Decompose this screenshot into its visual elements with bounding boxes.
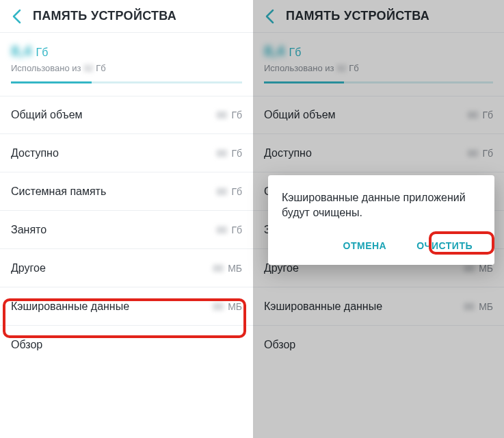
storage-progress-bar xyxy=(264,81,493,83)
row-label: Общий объем xyxy=(264,109,336,121)
storage-progress-fill xyxy=(11,81,92,83)
row-label: Общий объем xyxy=(11,109,83,121)
dialog-actions: ОТМЕНА ОЧИСТИТЬ xyxy=(282,236,481,255)
section-label: Обзор xyxy=(11,339,42,351)
row-label: Другое xyxy=(11,262,46,274)
dialog-message: Кэшированные данные приложений будут очи… xyxy=(282,190,481,220)
usage-subtext: Использовано из 32 Гб xyxy=(264,63,493,73)
row-total[interactable]: Общий объем 00Гб xyxy=(253,96,504,134)
section-overview[interactable]: Обзор xyxy=(0,326,253,364)
app-header: ПАМЯТЬ УСТРОЙСТВА xyxy=(253,0,504,33)
row-label: Доступно xyxy=(264,147,312,159)
app-header: ПАМЯТЬ УСТРОЙСТВА xyxy=(0,0,253,33)
row-available[interactable]: Доступно 00Гб xyxy=(253,134,504,172)
row-value: 00МБ xyxy=(213,263,242,274)
used-unit: Гб xyxy=(289,47,302,59)
usage-sub-total: 32 xyxy=(336,63,346,73)
usage-sub-prefix: Использовано из xyxy=(264,63,334,73)
back-button[interactable] xyxy=(7,7,26,26)
row-value: 00Гб xyxy=(467,110,493,120)
row-cached-data[interactable]: Кэшированные данные 00МБ xyxy=(0,287,253,326)
usage-sub-total: 32 xyxy=(83,63,93,73)
usage-sub-unit: Гб xyxy=(96,63,106,73)
row-value: 00Гб xyxy=(216,224,242,235)
back-button[interactable] xyxy=(260,7,279,26)
row-label: Кэшированные данные xyxy=(11,300,129,313)
row-used[interactable]: Занято 00Гб xyxy=(0,211,253,249)
row-value: 00Гб xyxy=(467,148,493,159)
storage-progress-bar xyxy=(11,81,242,83)
usage-subtext: Использовано из 32 Гб xyxy=(11,63,242,73)
usage-sub-unit: Гб xyxy=(349,63,359,73)
section-overview[interactable]: Обзор xyxy=(253,326,504,364)
row-other[interactable]: Другое 00МБ xyxy=(0,249,253,287)
page-title: ПАМЯТЬ УСТРОЙСТВА xyxy=(286,9,429,23)
row-label: Занято xyxy=(11,224,47,236)
row-value: 00МБ xyxy=(213,301,242,312)
confirm-clear-button[interactable]: ОЧИСТИТЬ xyxy=(411,236,478,255)
row-value: 00Гб xyxy=(216,110,242,120)
row-available[interactable]: Доступно 00Гб xyxy=(0,134,253,172)
page-title: ПАМЯТЬ УСТРОЙСТВА xyxy=(33,9,176,23)
row-total[interactable]: Общий объем 00Гб xyxy=(0,96,253,134)
screen-storage-settings: ПАМЯТЬ УСТРОЙСТВА 8,4 Гб Использовано из… xyxy=(0,0,253,438)
used-amount: 8,4 xyxy=(264,42,285,60)
clear-cache-dialog: Кэшированные данные приложений будут очи… xyxy=(268,175,494,265)
row-value: 00Гб xyxy=(216,186,242,197)
chevron-left-icon xyxy=(265,9,274,24)
row-label: Системная память xyxy=(11,185,106,198)
storage-list: Общий объем 00Гб Доступно 00Гб Системная… xyxy=(0,96,253,326)
chevron-left-icon xyxy=(12,9,21,24)
cancel-button[interactable]: ОТМЕНА xyxy=(338,236,393,255)
usage-line: 8,4 Гб xyxy=(264,42,493,60)
row-label: Кэшированные данные xyxy=(264,300,382,313)
row-value: 00МБ xyxy=(464,301,493,312)
row-system[interactable]: Системная память 00Гб xyxy=(0,172,253,211)
row-value: 00Гб xyxy=(216,148,242,159)
usage-line: 8,4 Гб xyxy=(11,42,242,60)
storage-summary: 8,4 Гб Использовано из 32 Гб xyxy=(0,33,253,89)
row-label: Доступно xyxy=(11,147,59,159)
section-label: Обзор xyxy=(264,339,295,351)
usage-sub-prefix: Использовано из xyxy=(11,63,81,73)
used-unit: Гб xyxy=(36,47,49,59)
row-cached-data[interactable]: Кэшированные данные 00МБ xyxy=(253,287,504,326)
screen-storage-dialog: ПАМЯТЬ УСТРОЙСТВА 8,4 Гб Использовано из… xyxy=(253,0,504,438)
used-amount: 8,4 xyxy=(11,42,32,60)
storage-progress-fill xyxy=(264,81,344,83)
storage-summary: 8,4 Гб Использовано из 32 Гб xyxy=(253,33,504,89)
